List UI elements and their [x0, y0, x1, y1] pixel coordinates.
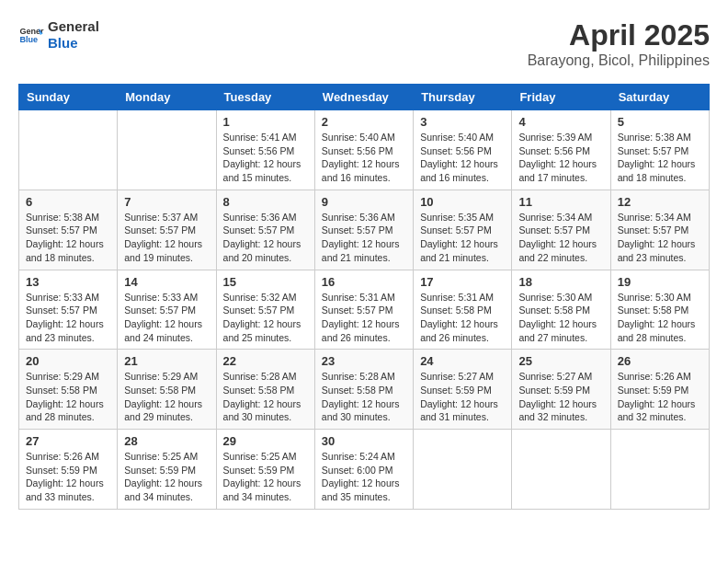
day-info: Sunrise: 5:28 AMSunset: 5:58 PMDaylight:… — [322, 370, 406, 424]
day-number: 18 — [518, 275, 603, 289]
day-number: 23 — [322, 354, 406, 368]
sunset-text: Sunset: 5:59 PM — [223, 464, 308, 477]
svg-text:Blue: Blue — [19, 35, 38, 44]
calendar-cell: 29Sunrise: 5:25 AMSunset: 5:59 PMDayligh… — [216, 430, 314, 510]
day-number: 24 — [420, 354, 505, 368]
day-info: Sunrise: 5:38 AMSunset: 5:57 PMDaylight:… — [618, 131, 702, 185]
sunset-text: Sunset: 5:58 PM — [322, 384, 406, 397]
sunset-text: Sunset: 5:57 PM — [618, 224, 702, 237]
day-number: 28 — [124, 434, 209, 448]
day-number: 10 — [420, 195, 505, 209]
calendar-cell: 21Sunrise: 5:29 AMSunset: 5:58 PMDayligh… — [118, 350, 216, 430]
daylight-text: Daylight: 12 hours and 32 minutes. — [618, 397, 702, 424]
calendar-cell: 28Sunrise: 5:25 AMSunset: 5:59 PMDayligh… — [118, 430, 216, 510]
sunset-text: Sunset: 5:59 PM — [618, 384, 702, 397]
sunrise-text: Sunrise: 5:27 AM — [518, 370, 603, 384]
page-header: General Blue General Blue April 2025 Bar… — [18, 18, 710, 69]
sunset-text: Sunset: 5:57 PM — [518, 224, 603, 237]
day-number: 1 — [223, 115, 308, 129]
day-info: Sunrise: 5:37 AMSunset: 5:57 PMDaylight:… — [124, 211, 209, 265]
sunrise-text: Sunrise: 5:29 AM — [26, 370, 110, 384]
daylight-text: Daylight: 12 hours and 26 minutes. — [322, 317, 406, 344]
calendar-week-2: 6Sunrise: 5:38 AMSunset: 5:57 PMDaylight… — [19, 190, 710, 270]
day-number: 26 — [618, 354, 702, 368]
daylight-text: Daylight: 12 hours and 19 minutes. — [124, 237, 209, 264]
day-number: 14 — [124, 275, 209, 289]
sunrise-text: Sunrise: 5:34 AM — [618, 211, 702, 224]
day-info: Sunrise: 5:33 AMSunset: 5:57 PMDaylight:… — [26, 291, 110, 345]
day-info: Sunrise: 5:29 AMSunset: 5:58 PMDaylight:… — [124, 370, 209, 424]
sunset-text: Sunset: 5:58 PM — [124, 384, 209, 397]
day-info: Sunrise: 5:26 AMSunset: 5:59 PMDaylight:… — [26, 450, 110, 504]
page-title: April 2025 — [528, 18, 710, 52]
day-info: Sunrise: 5:36 AMSunset: 5:57 PMDaylight:… — [322, 211, 406, 265]
calendar-table: SundayMondayTuesdayWednesdayThursdayFrid… — [18, 84, 710, 510]
sunset-text: Sunset: 5:56 PM — [223, 144, 308, 158]
calendar-cell: 25Sunrise: 5:27 AMSunset: 5:59 PMDayligh… — [512, 350, 610, 430]
daylight-text: Daylight: 12 hours and 30 minutes. — [223, 397, 308, 424]
day-number: 9 — [322, 195, 406, 209]
calendar-cell: 16Sunrise: 5:31 AMSunset: 5:57 PMDayligh… — [314, 270, 413, 350]
sunrise-text: Sunrise: 5:38 AM — [26, 211, 110, 224]
calendar-header-sunday: Sunday — [19, 85, 118, 110]
logo-icon: General Blue — [18, 22, 44, 48]
calendar-cell — [118, 110, 216, 190]
sunrise-text: Sunrise: 5:29 AM — [124, 370, 209, 384]
daylight-text: Daylight: 12 hours and 18 minutes. — [26, 237, 110, 264]
calendar-cell: 22Sunrise: 5:28 AMSunset: 5:58 PMDayligh… — [216, 350, 314, 430]
calendar-cell: 10Sunrise: 5:35 AMSunset: 5:57 PMDayligh… — [414, 190, 512, 270]
daylight-text: Daylight: 12 hours and 34 minutes. — [223, 477, 308, 503]
logo: General Blue General Blue — [18, 18, 99, 52]
sunrise-text: Sunrise: 5:36 AM — [322, 211, 406, 224]
calendar-cell: 26Sunrise: 5:26 AMSunset: 5:59 PMDayligh… — [610, 350, 709, 430]
day-info: Sunrise: 5:24 AMSunset: 6:00 PMDaylight:… — [322, 450, 406, 504]
sunrise-text: Sunrise: 5:37 AM — [124, 211, 209, 224]
sunset-text: Sunset: 5:59 PM — [420, 384, 505, 397]
calendar-week-1: 1Sunrise: 5:41 AMSunset: 5:56 PMDaylight… — [19, 110, 710, 190]
calendar-header-row: SundayMondayTuesdayWednesdayThursdayFrid… — [19, 85, 710, 110]
day-info: Sunrise: 5:40 AMSunset: 5:56 PMDaylight:… — [420, 131, 505, 185]
sunset-text: Sunset: 5:57 PM — [618, 144, 702, 158]
sunset-text: Sunset: 5:57 PM — [124, 224, 209, 237]
sunrise-text: Sunrise: 5:28 AM — [322, 370, 406, 384]
sunset-text: Sunset: 5:59 PM — [26, 464, 110, 477]
sunrise-text: Sunrise: 5:38 AM — [618, 131, 702, 144]
day-number: 11 — [518, 195, 603, 209]
daylight-text: Daylight: 12 hours and 29 minutes. — [124, 397, 209, 424]
day-info: Sunrise: 5:25 AMSunset: 5:59 PMDaylight:… — [223, 450, 308, 504]
calendar-cell: 17Sunrise: 5:31 AMSunset: 5:58 PMDayligh… — [414, 270, 512, 350]
calendar-week-5: 27Sunrise: 5:26 AMSunset: 5:59 PMDayligh… — [19, 430, 710, 510]
sunrise-text: Sunrise: 5:34 AM — [518, 211, 603, 224]
calendar-cell: 30Sunrise: 5:24 AMSunset: 6:00 PMDayligh… — [314, 430, 413, 510]
sunset-text: Sunset: 5:57 PM — [322, 224, 406, 237]
sunset-text: Sunset: 5:57 PM — [322, 304, 406, 317]
calendar-cell: 2Sunrise: 5:40 AMSunset: 5:56 PMDaylight… — [314, 110, 413, 190]
daylight-text: Daylight: 12 hours and 32 minutes. — [518, 397, 603, 424]
calendar-cell: 11Sunrise: 5:34 AMSunset: 5:57 PMDayligh… — [512, 190, 610, 270]
day-number: 15 — [223, 275, 308, 289]
calendar-cell: 6Sunrise: 5:38 AMSunset: 5:57 PMDaylight… — [19, 190, 118, 270]
day-info: Sunrise: 5:41 AMSunset: 5:56 PMDaylight:… — [223, 131, 308, 185]
sunrise-text: Sunrise: 5:33 AM — [26, 291, 110, 304]
day-number: 7 — [124, 195, 209, 209]
day-info: Sunrise: 5:30 AMSunset: 5:58 PMDaylight:… — [518, 291, 603, 345]
day-number: 13 — [26, 275, 110, 289]
sunset-text: Sunset: 5:58 PM — [518, 304, 603, 317]
day-info: Sunrise: 5:29 AMSunset: 5:58 PMDaylight:… — [26, 370, 110, 424]
day-number: 29 — [223, 434, 308, 448]
sunrise-text: Sunrise: 5:30 AM — [518, 291, 603, 304]
day-info: Sunrise: 5:34 AMSunset: 5:57 PMDaylight:… — [518, 211, 603, 265]
calendar-cell: 8Sunrise: 5:36 AMSunset: 5:57 PMDaylight… — [216, 190, 314, 270]
day-number: 20 — [26, 354, 110, 368]
calendar-cell: 24Sunrise: 5:27 AMSunset: 5:59 PMDayligh… — [414, 350, 512, 430]
calendar-cell — [414, 430, 512, 510]
sunrise-text: Sunrise: 5:35 AM — [420, 211, 505, 224]
sunrise-text: Sunrise: 5:30 AM — [618, 291, 702, 304]
daylight-text: Daylight: 12 hours and 30 minutes. — [322, 397, 406, 424]
calendar-cell — [610, 430, 709, 510]
daylight-text: Daylight: 12 hours and 31 minutes. — [420, 397, 505, 424]
day-info: Sunrise: 5:28 AMSunset: 5:58 PMDaylight:… — [223, 370, 308, 424]
sunset-text: Sunset: 5:58 PM — [618, 304, 702, 317]
daylight-text: Daylight: 12 hours and 24 minutes. — [124, 317, 209, 344]
day-info: Sunrise: 5:25 AMSunset: 5:59 PMDaylight:… — [124, 450, 209, 504]
